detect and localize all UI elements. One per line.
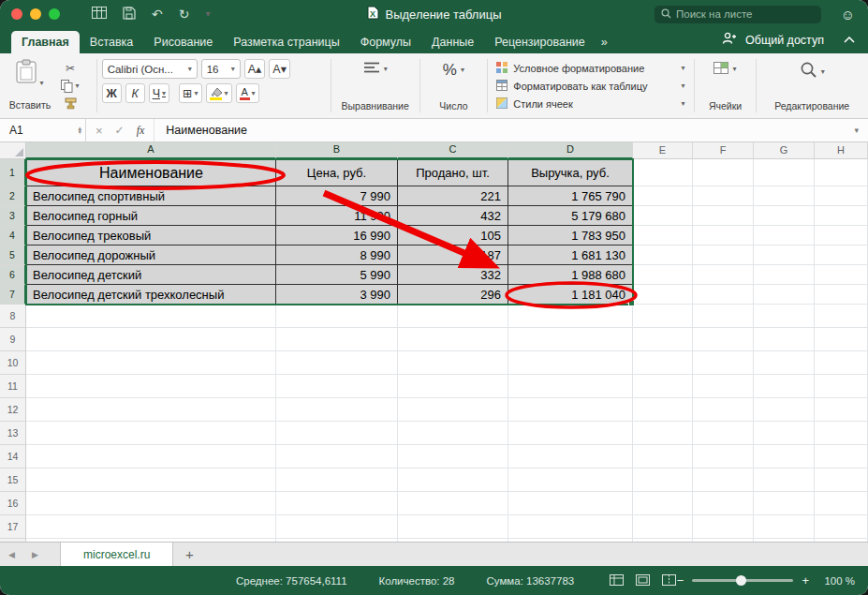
cell-F5[interactable] [693,245,754,265]
font-name-select[interactable]: Calibri (Осн... ▾ [102,59,198,79]
zoom-slider-knob[interactable] [736,575,746,586]
cell-H11[interactable] [815,375,868,398]
cell-B13[interactable] [276,422,398,445]
undo-icon[interactable]: ↶ [152,7,163,22]
cell-A17[interactable] [26,515,276,539]
sheet-search-box[interactable] [655,6,821,23]
borders-button[interactable]: ⊞▾ [179,83,202,103]
row-header-14[interactable]: 14 [0,445,26,469]
select-all-button[interactable] [0,142,26,159]
cell-B6[interactable]: 5 990 [276,265,398,285]
grow-font-button[interactable]: А▴ [244,59,266,79]
cell-E12[interactable] [633,398,693,422]
row-header-13[interactable]: 13 [0,422,26,445]
cell-C13[interactable] [398,422,508,445]
cell-D11[interactable] [508,375,633,398]
cell-C9[interactable] [398,328,508,351]
cell-A3[interactable]: Велосипед горный [26,206,276,226]
cell-C16[interactable] [398,492,508,515]
cell-A18[interactable] [26,539,276,542]
cell-D18[interactable] [508,539,633,542]
cell-F11[interactable] [693,375,754,398]
cell-D10[interactable] [508,351,633,375]
cell-H13[interactable] [815,422,868,445]
underline-button[interactable]: Ч▾ [149,83,169,103]
redo-icon[interactable]: ↻ [179,7,190,22]
cell-B9[interactable] [276,328,398,351]
row-header-5[interactable]: 5 [0,245,26,265]
cell-A7[interactable]: Велосипед детский трехколесный [26,285,276,305]
view-page-layout-icon[interactable] [636,574,650,588]
cell-B7[interactable]: 3 990 [276,285,398,305]
cell-F13[interactable] [693,422,754,445]
fill-color-button[interactable]: ▾ [206,83,232,103]
cell-D5[interactable]: 1 681 130 [508,245,633,265]
cell-D6[interactable]: 1 988 680 [508,265,633,285]
cell-H9[interactable] [815,328,868,351]
cancel-icon[interactable]: × [96,124,103,138]
cell-D8[interactable] [508,305,633,328]
zoom-level[interactable]: 100 % [817,575,855,587]
cell-H7[interactable] [815,285,868,305]
cell-B3[interactable]: 11 990 [276,206,398,226]
name-box[interactable]: A1 ▴▾ [0,119,86,141]
cell-H2[interactable] [815,186,868,206]
cell-E11[interactable] [633,375,693,398]
cell-styles-button[interactable]: Стили ячеек ▾ [496,96,684,112]
cell-C17[interactable] [398,515,508,539]
cell-B15[interactable] [276,469,398,492]
cell-G10[interactable] [754,351,815,375]
cell-D16[interactable] [508,492,633,515]
cell-G4[interactable] [754,226,815,245]
zoom-in-icon[interactable]: + [802,573,809,588]
selection-fill-handle[interactable] [628,300,635,306]
cell-C11[interactable] [398,375,508,398]
cell-F6[interactable] [693,265,754,285]
cell-F1[interactable] [693,159,754,186]
cell-G13[interactable] [754,422,815,445]
cell-H18[interactable] [815,539,868,542]
cell-G17[interactable] [754,515,815,539]
cell-C4[interactable]: 105 [398,226,508,245]
spreadsheet[interactable]: ABCDEFGH1НаименованиеЦена, руб.Продано, … [0,142,868,542]
save-icon[interactable] [123,7,136,22]
paste-button[interactable]: ▾ Вставить [6,57,54,114]
cell-B4[interactable]: 16 990 [276,226,398,245]
alignment-group[interactable]: ▾ Выравнивание [336,57,415,114]
cell-E15[interactable] [633,469,693,492]
cell-C1[interactable]: Продано, шт. [398,159,508,186]
cell-C3[interactable]: 432 [398,206,508,226]
cell-E8[interactable] [633,305,693,328]
tab-overflow-chevron[interactable]: » [596,31,613,53]
collapse-ribbon-icon[interactable] [844,37,855,43]
cell-A10[interactable] [26,351,276,375]
cell-G18[interactable] [754,539,815,542]
row-header-4[interactable]: 4 [0,226,26,245]
cell-H17[interactable] [815,515,868,539]
cell-E10[interactable] [633,351,693,375]
cell-F17[interactable] [693,515,754,539]
tab-data[interactable]: Данные [421,31,484,53]
cell-B5[interactable]: 8 990 [276,245,398,265]
cell-G3[interactable] [754,206,815,226]
italic-button[interactable]: К [125,83,145,103]
cell-E1[interactable] [633,159,693,186]
cell-E2[interactable] [633,186,693,206]
format-as-table-button[interactable]: Форматировать как таблицу ▾ [496,78,684,95]
cell-B14[interactable] [276,445,398,469]
tab-home[interactable]: Главная [11,31,80,53]
cell-E3[interactable] [633,206,693,226]
cell-A14[interactable] [26,445,276,469]
cell-E13[interactable] [633,422,693,445]
cell-D1[interactable]: Выручка, руб. [508,159,633,186]
cell-H8[interactable] [815,305,868,328]
cell-D15[interactable] [508,469,633,492]
cell-F9[interactable] [693,328,754,351]
font-color-button[interactable]: А ▾ [236,83,259,103]
cells-group[interactable]: ▾ Ячейки [699,57,752,114]
tab-page-layout[interactable]: Разметка страницы [223,31,349,53]
cell-F2[interactable] [693,186,754,206]
cell-F4[interactable] [693,226,754,245]
cell-D13[interactable] [508,422,633,445]
cell-C2[interactable]: 221 [398,186,508,206]
